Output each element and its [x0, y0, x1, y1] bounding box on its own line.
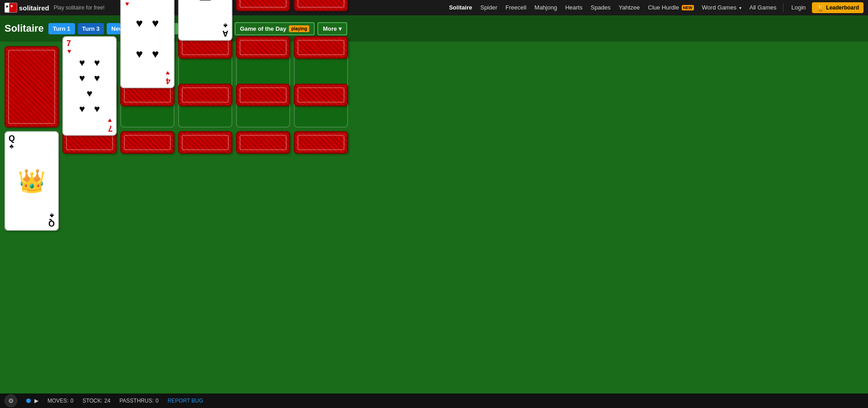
- qc-rank-bot: Q: [48, 219, 55, 228]
- nav-links: Solitaire Spider Freecell Mahjong Hearts…: [445, 0, 863, 16]
- ac-suit-bot: ♣: [223, 23, 227, 29]
- 7h-pips: ♥♥ ♥♥ ♥ ♥♥: [66, 55, 113, 117]
- tableau-col3-4h: 4 ♥ ♥♥ ♥♥ 4 ♥: [120, 0, 175, 88]
- tableau-card-fd-5-2: [236, 84, 290, 106]
- 7h-rank-bot: 7: [108, 124, 113, 133]
- tableau-card-fd-6-1: [294, 131, 348, 154]
- ac-center: ♣: [196, 0, 214, 7]
- 4h-pips: ♥♥ ♥♥: [123, 8, 171, 69]
- game-title: Solitaire: [5, 23, 44, 34]
- tableau-card-fd-5-3: [236, 36, 290, 59]
- more-button[interactable]: More ▾: [317, 22, 347, 35]
- more-label: More: [323, 25, 337, 32]
- game-area: 3 ♥ ♥ ♥ ♥ 3 ♥ Q ♣ 👑 Q: [0, 42, 868, 394]
- game-of-day-button[interactable]: Game of the Day playing: [235, 22, 315, 35]
- turn3-button[interactable]: Turn 3: [78, 23, 104, 34]
- tableau-card-fd-4-2: [178, 84, 232, 106]
- nav-clue-hurdle[interactable]: Clue Hurdle NEW: [644, 0, 697, 15]
- nav-word-games[interactable]: Word Games ▾: [698, 0, 745, 16]
- 7h-rank-top: 7: [66, 39, 71, 47]
- tableau-row: Q ♣ 👑 Q ♣ 7 ♥ ♥♥ ♥♥: [5, 131, 863, 231]
- tableau-card-fd-6-2: [294, 84, 348, 106]
- nav-hearts[interactable]: Hearts: [561, 0, 586, 15]
- 4h-suit-top: ♥: [125, 0, 129, 7]
- leaderboard-button[interactable]: 🏆 Leaderboard: [812, 2, 863, 13]
- more-dropdown-icon: ▾: [339, 25, 342, 32]
- tableau-card-fd-3-1: [120, 131, 175, 154]
- tableau-card-fd-6-4: [294, 0, 348, 11]
- nav-yahtzee[interactable]: Yahtzee: [615, 0, 644, 15]
- gotd-label: Game of the Day: [240, 25, 287, 32]
- logo-tagline: Play solitaire for free!: [54, 5, 105, 11]
- nav-spider[interactable]: Spider: [476, 0, 501, 15]
- 7h-suit-bot: ♥: [108, 118, 112, 124]
- tableau-card-qc[interactable]: Q ♣ 👑 Q ♣: [5, 131, 59, 231]
- qc-rank-top: Q: [9, 134, 15, 142]
- tableau-card-ac[interactable]: A ♣ ♣ A ♣: [178, 0, 232, 41]
- 4h-suit-bot: ♥: [166, 70, 170, 76]
- 4h-rank-bot: 4: [166, 77, 170, 85]
- 7h-suit-top: ♥: [67, 48, 71, 54]
- logo-text: solitaired: [19, 4, 49, 12]
- nav-all-games[interactable]: All Games: [746, 0, 780, 15]
- login-button[interactable]: Login: [786, 0, 811, 15]
- trophy-icon: 🏆: [816, 4, 824, 11]
- tableau-col4-ac: A ♣ ♣ A ♣: [178, 0, 232, 41]
- tableau-col-1: Q ♣ 👑 Q ♣: [5, 131, 59, 231]
- tableau-card-fd-5-1: [236, 131, 290, 154]
- qc-suit-bot: ♣: [50, 213, 54, 219]
- tableau-col-2: 7 ♥ ♥♥ ♥♥ ♥ ♥♥ 7 ♥: [62, 131, 117, 136]
- word-games-dropdown-icon: ▾: [739, 5, 741, 10]
- logo-icon: [5, 2, 17, 13]
- ac-rank-bot: A: [222, 29, 228, 38]
- tableau-col2-7h: 7 ♥ ♥♥ ♥♥ ♥ ♥♥ 7 ♥: [62, 36, 117, 136]
- site-logo[interactable]: solitaired: [5, 2, 49, 13]
- tableau-card-fd-4-1: [178, 131, 232, 154]
- nav-spades[interactable]: Spades: [587, 0, 614, 15]
- qc-figure: 👑: [8, 150, 56, 212]
- tableau-card-4h[interactable]: 4 ♥ ♥♥ ♥♥ 4 ♥: [120, 0, 175, 88]
- turn1-button[interactable]: Turn 1: [48, 23, 75, 34]
- leaderboard-label: Leaderboard: [826, 5, 859, 11]
- tableau-card-fd-6-3: [294, 36, 348, 59]
- nav-freecell[interactable]: Freecell: [502, 0, 530, 15]
- status-bar: ⚙ ▶ MOVES: 0 STOCK: 24 PASSTHRUS: 0 REPO…: [0, 394, 868, 394]
- playing-badge: playing: [289, 25, 309, 32]
- qc-suit-top: ♣: [9, 143, 14, 149]
- tableau-card-fd-5-4: [236, 0, 290, 11]
- tableau-card-7h[interactable]: 7 ♥ ♥♥ ♥♥ ♥ ♥♥ 7 ♥: [62, 36, 117, 136]
- new-badge: NEW: [682, 5, 694, 10]
- nav-mahjong[interactable]: Mahjong: [531, 0, 561, 15]
- nav-divider: [783, 3, 783, 12]
- nav-solitaire[interactable]: Solitaire: [445, 0, 476, 15]
- stock-pile[interactable]: [5, 46, 59, 128]
